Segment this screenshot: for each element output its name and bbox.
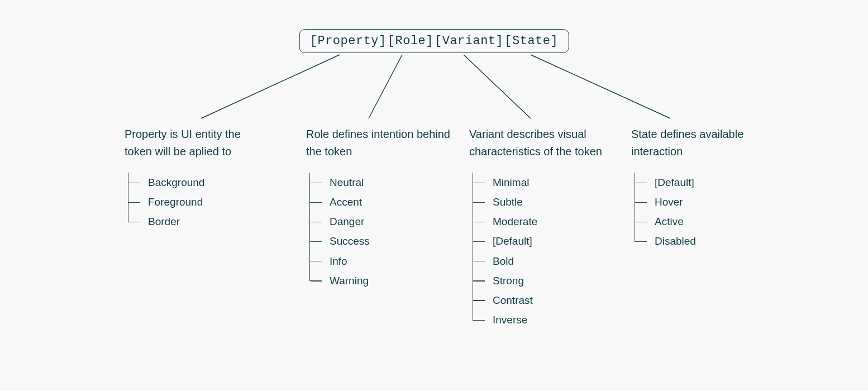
pattern-part-state: [State]	[504, 34, 558, 48]
list-item: Strong	[485, 271, 614, 290]
list-item: Active	[647, 212, 754, 231]
list-item: Info	[322, 251, 451, 271]
column-variant-desc: Variant describes visual characteristics…	[469, 126, 614, 160]
list-item: Disabled	[647, 231, 754, 251]
column-property-desc: Property is UI entity the token will be …	[125, 126, 270, 160]
list-item: Foreground	[140, 192, 270, 212]
list-item: Moderate	[485, 212, 614, 231]
list-item: Background	[140, 173, 270, 192]
list-item: [Default]	[647, 173, 754, 192]
svg-line-1	[369, 55, 402, 118]
list-item: Minimal	[485, 173, 614, 192]
column-property: Property is UI entity the token will be …	[125, 126, 270, 231]
list-item: Warning	[322, 271, 451, 290]
list-item: Subtle	[485, 192, 614, 212]
svg-line-3	[531, 55, 670, 118]
diagram-canvas: [Property] [Role] [Variant] [State] Prop…	[0, 0, 868, 391]
column-state: State defines available interaction [Def…	[631, 126, 754, 251]
column-property-tree: Background Foreground Border	[125, 173, 270, 231]
column-role-desc: Role defines intention behind the token	[306, 126, 451, 160]
pattern-part-variant: [Variant]	[435, 34, 503, 48]
pattern-part-property: [Property]	[310, 34, 387, 48]
list-item: Neutral	[322, 173, 451, 192]
list-item: Bold	[485, 251, 614, 271]
column-role-tree: Neutral Accent Danger Success Info Warni…	[306, 173, 451, 290]
column-state-desc: State defines available interaction	[631, 126, 754, 160]
list-item: Hover	[647, 192, 754, 212]
column-variant: Variant describes visual characteristics…	[469, 126, 614, 330]
column-state-tree: [Default] Hover Active Disabled	[631, 173, 754, 251]
column-role: Role defines intention behind the token …	[306, 126, 451, 290]
token-pattern-box: [Property] [Role] [Variant] [State]	[299, 29, 569, 53]
list-item: Contrast	[485, 290, 614, 310]
svg-line-2	[464, 55, 531, 118]
svg-line-0	[201, 55, 340, 118]
list-item: Danger	[322, 212, 451, 231]
list-item: Accent	[322, 192, 451, 212]
column-variant-tree: Minimal Subtle Moderate [Default] Bold S…	[469, 173, 614, 330]
list-item: Border	[140, 212, 270, 231]
pattern-part-role: [Role]	[388, 34, 433, 48]
list-item: Success	[322, 231, 451, 251]
list-item: [Default]	[485, 231, 614, 251]
list-item: Inverse	[485, 310, 614, 330]
